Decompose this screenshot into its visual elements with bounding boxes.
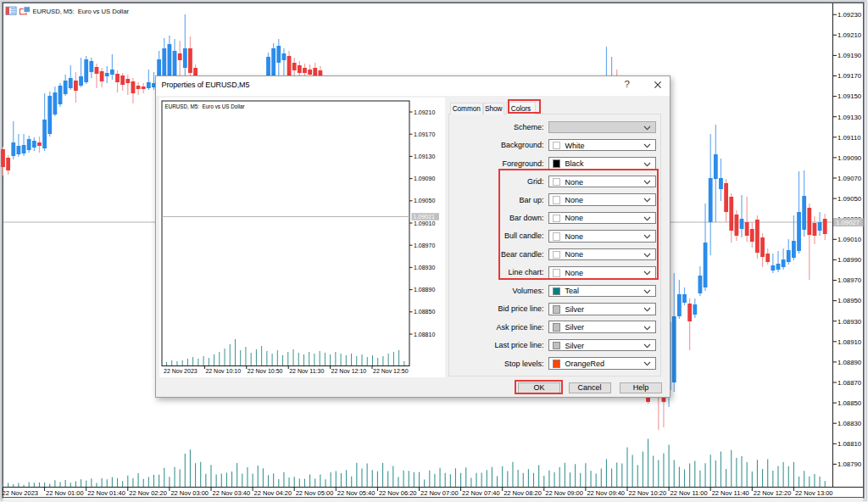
svg-text:22 Nov 10:10: 22 Nov 10:10	[205, 367, 241, 373]
svg-text:22 Nov 07:00: 22 Nov 07:00	[420, 489, 459, 497]
svg-text:22 Nov 09:00: 22 Nov 09:00	[545, 489, 583, 497]
svg-text:22 Nov 10:50: 22 Nov 10:50	[247, 367, 282, 373]
svg-text:1.09050: 1.09050	[837, 195, 862, 203]
svg-text:1.09090: 1.09090	[837, 154, 862, 162]
svg-text:22 Nov 12:20: 22 Nov 12:20	[754, 489, 792, 497]
svg-text:1.09150: 1.09150	[837, 92, 862, 100]
svg-text:1.08850: 1.08850	[837, 399, 862, 407]
svg-text:1.09210: 1.09210	[837, 31, 862, 39]
svg-text:1.08890: 1.08890	[414, 287, 435, 293]
svg-text:EURUSD, M5: Euro vs US Dollar: EURUSD, M5: Euro vs US Dollar	[164, 103, 244, 109]
svg-text:22 Nov 12:50: 22 Nov 12:50	[373, 367, 409, 373]
svg-text:22 Nov 11:30: 22 Nov 11:30	[289, 367, 324, 373]
svg-text:22 Nov 09:40: 22 Nov 09:40	[587, 489, 625, 497]
svg-text:1.08810: 1.08810	[414, 331, 435, 337]
svg-text:1.09110: 1.09110	[837, 134, 861, 142]
svg-text:1.08930: 1.08930	[414, 265, 435, 271]
svg-text:22 Nov 07:40: 22 Nov 07:40	[462, 489, 500, 497]
svg-text:1.08930: 1.08930	[837, 318, 862, 326]
svg-text:22 Nov 2023: 22 Nov 2023	[164, 367, 198, 373]
svg-text:22 Nov 05:00: 22 Nov 05:00	[296, 489, 334, 497]
svg-text:1.09010: 1.09010	[837, 236, 862, 243]
svg-text:22 Nov 03:00: 22 Nov 03:00	[170, 489, 209, 497]
svg-text:1.08790: 1.08790	[837, 460, 862, 468]
svg-text:EURUSD, M5: Euro vs US Dollar: EURUSD, M5: Euro vs US Dollar	[33, 8, 130, 15]
svg-text:1.09210: 1.09210	[414, 109, 435, 114]
svg-text:22 Nov 04:20: 22 Nov 04:20	[254, 489, 292, 497]
svg-text:22 Nov 12:10: 22 Nov 12:10	[331, 367, 366, 373]
svg-text:22 Nov 08:20: 22 Nov 08:20	[504, 489, 542, 497]
svg-text:1.08850: 1.08850	[414, 309, 435, 315]
svg-text:1.09130: 1.09130	[414, 153, 435, 159]
svg-text:22 Nov 10:20: 22 Nov 10:20	[629, 489, 667, 497]
svg-text:22 Nov 11:00: 22 Nov 11:00	[670, 489, 708, 497]
svg-text:1.09090: 1.09090	[414, 176, 435, 181]
svg-text:1.08810: 1.08810	[837, 440, 862, 448]
svg-text:22 Nov 11:40: 22 Nov 11:40	[712, 489, 749, 497]
svg-text:1.09010: 1.09010	[414, 220, 435, 226]
svg-text:1.09130: 1.09130	[837, 114, 862, 121]
svg-text:1.09021: 1.09021	[413, 214, 434, 220]
svg-text:1.08950: 1.08950	[837, 297, 862, 304]
svg-text:1.08910: 1.08910	[837, 338, 862, 346]
svg-text:22 Nov 02:20: 22 Nov 02:20	[129, 489, 167, 497]
svg-text:1.09170: 1.09170	[414, 131, 435, 137]
svg-text:22 Nov 03:40: 22 Nov 03:40	[213, 489, 251, 497]
svg-text:1.08990: 1.08990	[837, 256, 862, 264]
svg-text:1.09027: 1.09027	[836, 219, 860, 226]
svg-text:1.08890: 1.08890	[837, 359, 862, 366]
svg-text:1.08870: 1.08870	[837, 379, 862, 387]
svg-text:1.09050: 1.09050	[414, 198, 435, 204]
svg-text:22 Nov 06:20: 22 Nov 06:20	[379, 489, 417, 497]
svg-text:1.09230: 1.09230	[837, 11, 862, 19]
svg-text:1.09070: 1.09070	[837, 175, 862, 182]
svg-text:22 Nov 01:00: 22 Nov 01:00	[46, 489, 84, 497]
svg-text:1.08970: 1.08970	[414, 242, 435, 248]
svg-text:1.08830: 1.08830	[837, 420, 862, 427]
svg-text:22 Nov 05:40: 22 Nov 05:40	[337, 489, 376, 497]
svg-text:1.08970: 1.08970	[837, 276, 862, 284]
svg-text:22 Nov 13:00: 22 Nov 13:00	[795, 489, 833, 497]
svg-text:1.09170: 1.09170	[837, 72, 862, 80]
svg-text:22 Nov 01:40: 22 Nov 01:40	[87, 489, 125, 497]
svg-text:1.09190: 1.09190	[837, 52, 862, 59]
svg-text:22 Nov 2023: 22 Nov 2023	[3, 489, 39, 497]
